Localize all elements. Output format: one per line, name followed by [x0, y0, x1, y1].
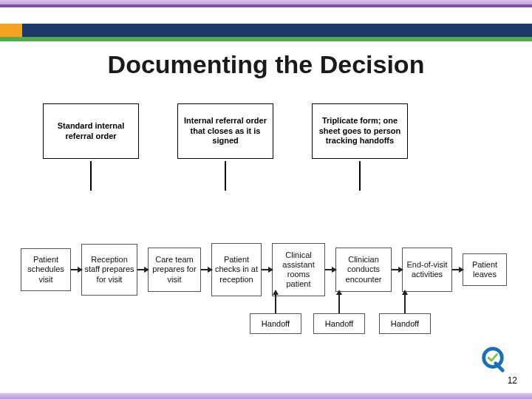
- handoff-arrow-2: [338, 294, 340, 313]
- page-title: Documenting the Decision: [0, 50, 532, 79]
- callout-box-1: Standard internal referral order: [43, 103, 139, 159]
- flow-node-6: Clinician conducts encounter: [335, 248, 392, 292]
- decor-bar-top-purple: [0, 4, 532, 7]
- callout-row: Standard internal referral order Interna…: [43, 103, 442, 163]
- handoff-box-3: Handoff: [379, 313, 431, 334]
- process-flow: Patient schedules visit Reception staff …: [21, 236, 516, 303]
- handoff-arrow-1: [275, 294, 276, 313]
- callout-box-2: Internal referral order that closes as i…: [177, 103, 273, 159]
- handoff-arrow-3: [404, 294, 406, 313]
- flow-node-3: Care team prepares for visit: [148, 248, 201, 292]
- handoff-box-1: Handoff: [250, 313, 301, 334]
- page-number: 12: [508, 375, 517, 386]
- callout-connector-2: [225, 161, 226, 191]
- flow-node-8: Patient leaves: [463, 253, 507, 286]
- flow-node-1: Patient schedules visit: [21, 248, 71, 291]
- flow-node-4: Patient checks in at reception: [211, 243, 262, 296]
- flow-node-7: End-of-visit activities: [402, 248, 452, 292]
- handoff-box-2: Handoff: [313, 313, 365, 334]
- flow-node-5: Clinical assistant rooms patient: [272, 243, 325, 296]
- decor-accent-green: [0, 37, 532, 41]
- callout-connector-3: [359, 161, 361, 191]
- decor-bar-bottom: [0, 393, 532, 399]
- decor-accent-navy: [22, 24, 532, 37]
- callout-connector-1: [90, 161, 92, 191]
- decor-accent-orange: [0, 24, 22, 37]
- callout-box-3: Triplicate form; one sheet goes to perso…: [312, 103, 408, 159]
- flow-node-2: Reception staff prepares for visit: [81, 244, 137, 296]
- quality-logo-icon: [479, 346, 507, 374]
